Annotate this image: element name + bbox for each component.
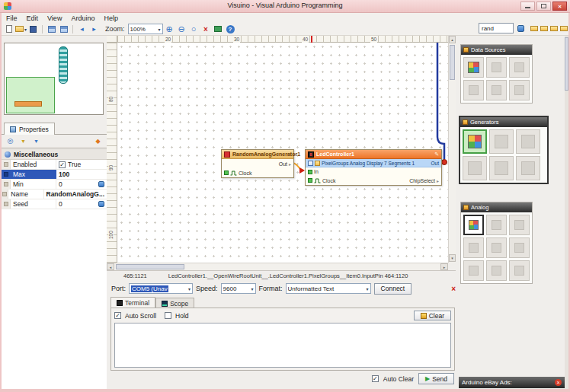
block-header[interactable]: 8 LedController1 ✎ [306,150,441,159]
scroll-thumb[interactable] [565,37,568,91]
pin-out-label[interactable]: Out [431,161,439,166]
component-tile[interactable] [463,215,484,235]
menu-file[interactable]: File [2,14,22,22]
block-led-controller1[interactable]: 8 LedController1 ✎ PixelGroups Analog Di… [305,149,442,186]
tab-terminal[interactable]: Terminal [110,297,155,308]
toolbox-option-button-1[interactable] [529,23,539,33]
block-header[interactable]: RandomAnalogGenerator1 [222,150,293,159]
component-tile[interactable] [509,57,530,78]
scroll-thumb[interactable] [116,264,184,269]
property-value[interactable]: 0 [56,199,107,209]
maximize-button[interactable] [536,2,551,11]
component-tile[interactable] [486,260,507,281]
undo-button[interactable]: ◂ [76,24,88,35]
edit-pencil-icon[interactable]: ✎ [434,151,439,158]
component-tile-random-analog-generator[interactable] [463,129,487,154]
section-header[interactable]: Data Sources [461,45,532,55]
zoom-select[interactable]: 100% ▾ [128,24,163,34]
design-canvas[interactable]: RandomAnalogGenerator1 Out ▸ Clock 8 Led… [117,43,448,263]
component-tile[interactable] [463,237,484,258]
component-tile[interactable] [509,215,530,235]
pin-chipselect-label[interactable]: ChipSelect [409,178,435,183]
component-search-input[interactable] [479,23,514,33]
pin-panel-button[interactable]: ◆ [93,136,103,146]
wire-endpoint-dot[interactable] [442,160,447,165]
close-button[interactable]: × [552,2,567,11]
minimize-button[interactable] [520,2,535,11]
toolbox-option-button-4[interactable] [559,23,568,33]
disconnect-icon[interactable]: × [451,285,456,293]
sort-category-button[interactable]: ▼ [18,136,28,146]
property-value[interactable]: 0 [56,180,107,189]
search-filter-button[interactable] [516,23,526,33]
pin-clock[interactable] [224,171,229,175]
scroll-up-icon[interactable]: ▴ [449,36,456,43]
component-tile[interactable] [516,129,540,154]
component-tile[interactable] [486,215,507,235]
speed-select[interactable]: 9600 ▾ [221,283,256,294]
property-row-name[interactable]: Name RandomAnalogG... [2,190,107,199]
terminal-output[interactable] [114,323,451,368]
component-tile[interactable] [509,80,530,100]
component-tile[interactable] [509,260,530,281]
scroll-left-icon[interactable]: ◂ [107,263,114,270]
help-button[interactable]: ? [225,24,236,35]
component-tile[interactable] [489,156,514,180]
component-tile[interactable] [486,237,507,258]
toolbox-option-button-2[interactable] [539,23,549,33]
component-tile[interactable] [463,57,484,78]
property-value[interactable]: ✓ True [56,160,107,169]
tab-properties[interactable]: Properties [4,123,55,135]
component-tile[interactable] [516,156,540,180]
pin-out-icon[interactable]: ▸ [437,178,439,183]
auto-scroll-checkbox[interactable]: ✓ [114,312,121,319]
ads-bar[interactable]: Arduino eBay Ads: × [459,377,565,388]
scroll-right-icon[interactable]: ▸ [440,263,448,270]
property-group[interactable]: Miscellaneous [2,149,107,160]
menu-view[interactable]: View [43,14,66,22]
board-button[interactable] [213,24,224,35]
section-header[interactable]: Analog [461,202,532,212]
property-row-min[interactable]: Min 0 [2,180,107,190]
component-tile[interactable] [463,156,487,180]
pin-out-icon[interactable]: ▸ [289,161,291,167]
menu-help[interactable]: Help [99,14,123,22]
wire-blue[interactable] [437,43,444,159]
menu-edit[interactable]: Edit [22,14,43,22]
format-select[interactable]: Unformatted Text ▾ [286,283,371,294]
toolbox-option-button-3[interactable] [549,23,559,33]
connect-button[interactable]: Connect [374,283,412,295]
zoom-in-button[interactable]: ⊕ [164,24,175,35]
component-tile[interactable] [486,80,507,100]
redo-button[interactable]: ▸ [88,24,100,35]
property-row-seed[interactable]: Seed 0 [2,199,107,209]
pixelgroups-subrow[interactable]: PixelGroups Analog Display 7 Segments 1 … [306,159,441,167]
pin-in[interactable] [308,170,312,174]
sort-alpha-button[interactable]: ▼ [31,136,41,146]
component-tile[interactable] [486,57,507,78]
layout-grid-button[interactable] [58,24,69,35]
auto-clear-checkbox[interactable]: ✓ [372,375,379,382]
component-tile[interactable] [463,80,484,100]
find-property-button[interactable]: ◎ [5,136,15,146]
property-row-enabled[interactable]: Enabled ✓ True [2,160,107,170]
canvas-vertical-scrollbar[interactable]: ▴ ▾ [448,36,456,263]
pin-clock[interactable] [308,178,312,183]
scroll-thumb[interactable] [450,45,455,80]
property-value[interactable]: 100 [56,170,107,179]
zoom-fit-button[interactable]: ○ [188,24,200,35]
toolbox-scrollbar[interactable] [565,36,568,389]
scroll-down-icon[interactable]: ▾ [449,254,456,262]
minimap[interactable] [4,43,104,115]
hold-checkbox[interactable] [165,312,171,319]
section-header[interactable]: Generators [460,117,547,127]
component-tile[interactable] [463,260,484,281]
open-file-button[interactable]: ▾ [15,24,27,35]
component-tile[interactable] [509,237,530,258]
block-random-analog-generator1[interactable]: RandomAnalogGenerator1 Out ▸ Clock [221,149,294,178]
tab-scope[interactable]: Scope [155,298,194,308]
clear-button[interactable]: Clear [414,311,451,320]
property-row-max[interactable]: Max 100 [2,170,107,180]
new-file-button[interactable] [3,24,14,35]
port-select[interactable]: COM5 (Unav ▾ [129,283,193,294]
